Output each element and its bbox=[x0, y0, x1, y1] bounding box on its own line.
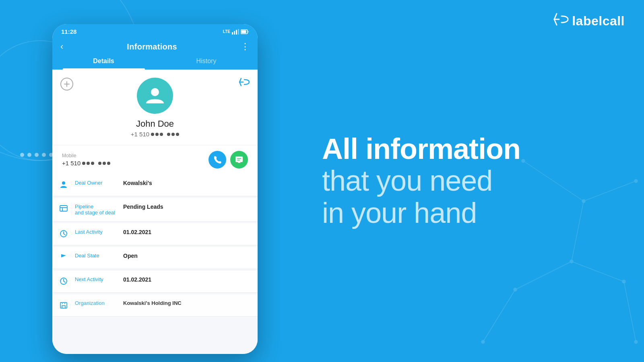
pipeline-icon bbox=[60, 204, 71, 214]
tab-details[interactable]: Details bbox=[52, 53, 155, 70]
last-activity-value: 01.02.2021 bbox=[123, 229, 250, 235]
pipeline-value: Pending Leads bbox=[123, 204, 250, 210]
phone-frame: 11:28 LTE ‹ Informations ⋮ bbox=[52, 24, 258, 354]
pipeline-label: Pipeline and stage of deal bbox=[75, 204, 123, 216]
mobile-number: +1 510 bbox=[62, 160, 110, 167]
tagline-line3: in your hand bbox=[322, 197, 612, 229]
tab-bar: Details History bbox=[52, 52, 258, 70]
app-header: ‹ Informations ⋮ bbox=[52, 37, 258, 52]
next-activity-value: 01.02.2021 bbox=[123, 276, 250, 283]
info-item-pipeline: Pipeline and stage of deal Pending Leads bbox=[52, 198, 258, 222]
contact-phone: +1 510 bbox=[131, 131, 179, 138]
clock-icon-last bbox=[60, 230, 71, 239]
mobile-info: Mobile +1 510 bbox=[62, 153, 110, 167]
contact-card: John Doe +1 510 bbox=[52, 70, 258, 145]
last-activity-label: Last Activity bbox=[75, 229, 123, 235]
status-time: 11:28 bbox=[61, 28, 76, 35]
organization-label: Organization bbox=[75, 300, 123, 306]
svg-point-14 bbox=[151, 88, 159, 96]
flag-icon bbox=[60, 253, 71, 263]
deal-state-label: Deal State bbox=[75, 253, 123, 259]
tagline-section: All information that you need in your ha… bbox=[290, 0, 644, 362]
back-button[interactable]: ‹ bbox=[60, 41, 63, 52]
phone-mockup: 11:28 LTE ‹ Informations ⋮ bbox=[52, 24, 258, 354]
battery-icon bbox=[241, 29, 249, 34]
deal-owner-label: Deal Owner bbox=[75, 180, 123, 186]
dot-decoration bbox=[20, 153, 53, 157]
tagline-line1: All information bbox=[322, 133, 612, 165]
svg-rect-13 bbox=[242, 30, 246, 33]
info-list: Deal Owner Kowalski's Pipeline and stage… bbox=[52, 174, 258, 354]
action-buttons bbox=[208, 151, 248, 169]
call-button[interactable] bbox=[208, 151, 226, 169]
labelcall-link-icon[interactable] bbox=[239, 78, 250, 89]
avatar bbox=[137, 78, 173, 114]
svg-rect-8 bbox=[232, 32, 233, 35]
status-bar: 11:28 LTE bbox=[52, 24, 258, 37]
svg-rect-15 bbox=[235, 156, 243, 162]
person-icon bbox=[60, 181, 71, 190]
svg-rect-19 bbox=[60, 206, 67, 211]
message-icon bbox=[235, 156, 243, 164]
organization-value: Kowalski's Holding INC bbox=[123, 300, 250, 306]
lte-icon: LTE bbox=[223, 29, 230, 34]
next-activity-label: Next Activity bbox=[75, 276, 123, 282]
building-icon bbox=[60, 301, 71, 311]
deal-state-value: Open bbox=[123, 253, 250, 259]
info-item-last-activity: Last Activity 01.02.2021 bbox=[52, 223, 258, 245]
clock-icon-next bbox=[60, 277, 71, 287]
info-item-organization: Organization Kowalski's Holding INC bbox=[52, 294, 258, 317]
info-item-next-activity: Next Activity 01.02.2021 bbox=[52, 271, 258, 293]
info-item-deal-state: Deal State Open bbox=[52, 247, 258, 269]
svg-rect-9 bbox=[234, 31, 235, 35]
status-icons: LTE bbox=[223, 29, 249, 35]
tagline-line2: that you need bbox=[322, 165, 612, 197]
svg-rect-11 bbox=[238, 29, 239, 35]
tab-history[interactable]: History bbox=[155, 53, 258, 70]
svg-rect-10 bbox=[236, 30, 237, 35]
info-item-deal-owner: Deal Owner Kowalski's bbox=[52, 174, 258, 196]
signal-icon bbox=[232, 29, 239, 35]
message-button[interactable] bbox=[230, 151, 248, 169]
mobile-section: Mobile +1 510 bbox=[52, 145, 258, 174]
svg-point-18 bbox=[62, 181, 65, 185]
svg-rect-24 bbox=[60, 302, 67, 308]
menu-button[interactable]: ⋮ bbox=[241, 41, 250, 52]
contact-name: John Doe bbox=[136, 119, 174, 129]
avatar-icon bbox=[144, 85, 166, 107]
phone-icon bbox=[213, 156, 221, 164]
add-button[interactable] bbox=[60, 78, 73, 90]
page-title: Informations bbox=[127, 42, 177, 51]
deal-owner-value: Kowalski's bbox=[123, 180, 250, 186]
mobile-label: Mobile bbox=[62, 153, 110, 158]
